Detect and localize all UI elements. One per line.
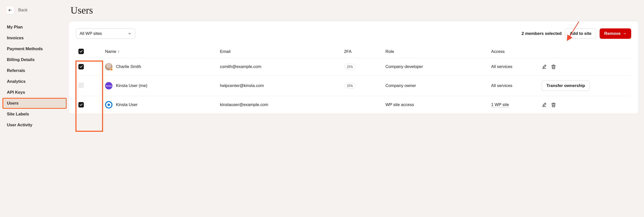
user-role: Company owner xyxy=(383,76,489,96)
back-label: Back xyxy=(18,8,28,13)
col-2fa-header[interactable]: 2FA xyxy=(344,49,352,54)
sidebar-item-users[interactable]: Users xyxy=(2,98,66,109)
sidebar-item-user-activity[interactable]: User Activity xyxy=(2,120,66,131)
edit-icon[interactable] xyxy=(542,64,546,69)
col-access-header[interactable]: Access xyxy=(491,49,505,54)
sidebar-nav: My PlanInvoicesPayment MethodsBilling De… xyxy=(0,19,69,131)
row-checkbox[interactable] xyxy=(78,82,84,88)
remove-label: Remove xyxy=(604,31,620,36)
twofa-badge: 2FA xyxy=(344,64,356,70)
avatar: kinsta xyxy=(105,82,112,89)
sort-asc-icon: ↑ xyxy=(118,49,120,54)
site-filter-label: All WP sites xyxy=(80,31,102,36)
user-access: All services xyxy=(491,83,512,88)
edit-icon[interactable] xyxy=(542,102,546,107)
row-checkbox[interactable] xyxy=(78,102,84,107)
sidebar-item-referrals[interactable]: Referrals xyxy=(2,65,66,76)
sidebar-item-api-keys[interactable]: API Keys xyxy=(2,87,66,98)
sidebar: Back My PlanInvoicesPayment MethodsBilli… xyxy=(0,0,69,217)
user-email: kinstauser@example.com xyxy=(218,96,342,114)
col-role-header[interactable]: Role xyxy=(385,49,394,54)
avatar xyxy=(105,101,112,109)
users-table: Name↑ Email 2FA Role Access Charlie Smit… xyxy=(76,45,631,114)
remove-button[interactable]: Remove xyxy=(600,28,631,39)
sidebar-item-billing-details[interactable]: Billing Details xyxy=(2,54,66,65)
col-name-header[interactable]: Name xyxy=(105,49,116,54)
chevron-down-icon xyxy=(623,32,626,35)
sidebar-item-analytics[interactable]: Analytics xyxy=(2,76,66,87)
twofa-badge: 2FA xyxy=(344,83,356,89)
transfer-ownership-button[interactable]: Transfer ownership xyxy=(542,81,590,91)
table-row: Charlie Smithcsmith@example.com2FACompan… xyxy=(76,58,631,76)
table-row: kinstaKinsta User (me)helpcenter@kinsta.… xyxy=(76,76,631,96)
user-access: All services xyxy=(491,64,512,69)
user-name: Kinsta User xyxy=(116,102,138,107)
user-email: csmith@example.com xyxy=(218,58,342,76)
user-name: Charlie Smith xyxy=(116,64,141,69)
add-to-site-label: Add to site xyxy=(570,31,592,36)
members-selected-text: 2 members selected xyxy=(522,31,562,36)
chevron-down-icon xyxy=(128,32,132,35)
sidebar-item-site-labels[interactable]: Site Labels xyxy=(2,109,66,120)
site-filter-select[interactable]: All WP sites xyxy=(76,28,135,39)
sidebar-item-invoices[interactable]: Invoices xyxy=(2,33,66,44)
user-access[interactable]: 1 WP site xyxy=(491,102,509,107)
arrow-left-icon xyxy=(8,8,12,12)
select-all-checkbox[interactable] xyxy=(78,49,84,54)
sidebar-item-my-plan[interactable]: My Plan xyxy=(2,22,66,33)
avatar-status-badge xyxy=(110,68,113,71)
avatar xyxy=(105,63,112,70)
trash-icon[interactable] xyxy=(551,64,556,69)
users-card: All WP sites 2 members selected Add to s… xyxy=(69,22,638,114)
user-name: Kinsta User (me) xyxy=(116,83,148,88)
sidebar-item-payment-methods[interactable]: Payment Methods xyxy=(2,44,66,54)
user-email: helpcenter@kinsta.com xyxy=(218,76,342,96)
col-email-header[interactable]: Email xyxy=(220,49,230,54)
toolbar: All WP sites 2 members selected Add to s… xyxy=(76,28,631,39)
user-role: Company developer xyxy=(383,58,489,76)
row-checkbox[interactable] xyxy=(78,64,84,69)
trash-icon[interactable] xyxy=(551,102,556,107)
user-role: WP site access xyxy=(383,96,489,114)
page-title: Users xyxy=(69,0,638,22)
table-row: Kinsta Userkinstauser@example.comWP site… xyxy=(76,96,631,114)
main: Users All WP sites 2 members selected xyxy=(69,0,644,217)
add-to-site-button[interactable]: Add to site xyxy=(565,28,596,39)
back-button[interactable] xyxy=(6,6,14,14)
